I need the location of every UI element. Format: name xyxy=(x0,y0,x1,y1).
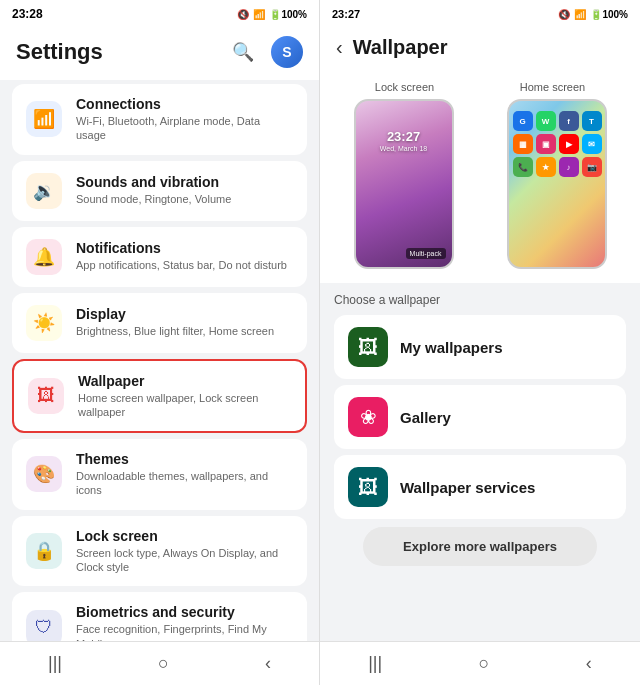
themes-icon: 🎨 xyxy=(26,456,62,492)
header-icons: 🔍 S xyxy=(227,36,303,68)
wallpaper-icon: 🖼 xyxy=(28,378,64,414)
right-status-bar: 23:27 🔇 📶 🔋100% xyxy=(320,0,640,28)
settings-item-lockscreen[interactable]: 🔒 Lock screen Screen lock type, Always O… xyxy=(12,516,307,587)
app-icon-6: ▣ xyxy=(536,134,556,154)
app-icon-2: W xyxy=(536,111,556,131)
multipack-badge: Multi-pack xyxy=(406,248,446,259)
right-bottom-nav: ||| ○ ‹ xyxy=(320,641,640,685)
home-screen-preview[interactable]: G W f T ▦ ▣ ▶ ✉ 📞 ★ ♪ 📷 xyxy=(507,99,607,269)
settings-panel: 23:28 🔇 📶 🔋100% Settings 🔍 S 📶 Connectio… xyxy=(0,0,320,685)
wallpaper-title: Wallpaper xyxy=(353,36,448,59)
settings-list: 📶 Connections Wi-Fi, Bluetooth, Airplane… xyxy=(0,80,319,641)
home-screen-label: Home screen xyxy=(520,81,585,93)
notifications-icon: 🔔 xyxy=(26,239,62,275)
app-icon-9: 📞 xyxy=(513,157,533,177)
settings-title: Settings xyxy=(16,39,103,65)
settings-item-wallpaper[interactable]: 🖼 Wallpaper Home screen wallpaper, Lock … xyxy=(12,359,307,434)
back-button[interactable]: ‹ xyxy=(336,36,343,59)
right-signal-icon: 📶 xyxy=(574,9,586,20)
wallpaper-sub: Home screen wallpaper, Lock screen wallp… xyxy=(78,391,291,420)
notifications-sub: App notifications, Status bar, Do not di… xyxy=(76,258,293,272)
themes-title: Themes xyxy=(76,451,293,467)
choose-label: Choose a wallpaper xyxy=(334,293,626,307)
right-status-icons: 🔇 📶 🔋100% xyxy=(558,9,628,20)
my-wallpapers-option[interactable]: 🖼 My wallpapers xyxy=(334,315,626,379)
wallpaper-preview-area: Lock screen Home screen 23:27 Wed, March… xyxy=(320,71,640,283)
battery-icon: 🔋100% xyxy=(269,9,307,20)
lock-date: Wed, March 18 xyxy=(356,145,452,152)
left-bottom-nav: ||| ○ ‹ xyxy=(0,641,319,685)
display-title: Display xyxy=(76,306,293,322)
wallpaper-services-title: Wallpaper services xyxy=(400,479,535,496)
lock-time: 23:27 xyxy=(356,129,452,144)
biometrics-icon: 🛡 xyxy=(26,610,62,641)
lock-screen-preview[interactable]: 23:27 Wed, March 18 Multi-pack xyxy=(354,99,454,269)
sounds-icon: 🔉 xyxy=(26,173,62,209)
biometrics-title: Biometrics and security xyxy=(76,604,293,620)
search-button[interactable]: 🔍 xyxy=(227,36,259,68)
settings-item-themes[interactable]: 🎨 Themes Downloadable themes, wallpapers… xyxy=(12,439,307,510)
r-nav-recent-btn[interactable]: ||| xyxy=(348,645,402,682)
lockscreen-title: Lock screen xyxy=(76,528,293,544)
wallpaper-services-option[interactable]: 🖼 Wallpaper services xyxy=(334,455,626,519)
wallpaper-options-area: Choose a wallpaper 🖼 My wallpapers ❀ Gal… xyxy=(320,283,640,641)
biometrics-sub: Face recognition, Fingerprints, Find My … xyxy=(76,622,293,641)
display-icon: ☀️ xyxy=(26,305,62,341)
settings-item-sounds[interactable]: 🔉 Sounds and vibration Sound mode, Ringt… xyxy=(12,161,307,221)
wallpaper-header: ‹ Wallpaper xyxy=(320,28,640,71)
wallpaper-panel: 23:27 🔇 📶 🔋100% ‹ Wallpaper Lock screen … xyxy=(320,0,640,685)
left-time: 23:28 xyxy=(12,7,43,21)
nav-recent-btn[interactable]: ||| xyxy=(28,645,82,682)
preview-labels: Lock screen Home screen xyxy=(332,81,628,93)
wallpaper-services-icon: 🖼 xyxy=(348,467,388,507)
lockscreen-icon: 🔒 xyxy=(26,533,62,569)
wallpaper-title: Wallpaper xyxy=(78,373,291,389)
app-icon-11: ♪ xyxy=(559,157,579,177)
display-sub: Brightness, Blue light filter, Home scre… xyxy=(76,324,293,338)
mute-icon: 🔇 xyxy=(237,9,249,20)
themes-sub: Downloadable themes, wallpapers, and ico… xyxy=(76,469,293,498)
app-icon-4: T xyxy=(582,111,602,131)
gallery-title: Gallery xyxy=(400,409,451,426)
settings-item-biometrics[interactable]: 🛡 Biometrics and security Face recogniti… xyxy=(12,592,307,641)
nav-back-btn[interactable]: ‹ xyxy=(245,645,291,682)
settings-item-notifications[interactable]: 🔔 Notifications App notifications, Statu… xyxy=(12,227,307,287)
r-nav-home-btn[interactable]: ○ xyxy=(459,645,510,682)
settings-item-connections[interactable]: 📶 Connections Wi-Fi, Bluetooth, Airplane… xyxy=(12,84,307,155)
app-icon-5: ▦ xyxy=(513,134,533,154)
right-mute-icon: 🔇 xyxy=(558,9,570,20)
my-wallpapers-title: My wallpapers xyxy=(400,339,503,356)
gallery-icon: ❀ xyxy=(348,397,388,437)
app-icon-3: f xyxy=(559,111,579,131)
left-status-icons: 🔇 📶 🔋100% xyxy=(237,9,307,20)
lockscreen-sub: Screen lock type, Always On Display, and… xyxy=(76,546,293,575)
explore-more-button[interactable]: Explore more wallpapers xyxy=(363,527,597,566)
lock-screen-label: Lock screen xyxy=(375,81,434,93)
app-icon-8: ✉ xyxy=(582,134,602,154)
app-icon-1: G xyxy=(513,111,533,131)
connections-sub: Wi-Fi, Bluetooth, Airplane mode, Data us… xyxy=(76,114,293,143)
app-icon-7: ▶ xyxy=(559,134,579,154)
preview-images: 23:27 Wed, March 18 Multi-pack G W f T ▦… xyxy=(332,99,628,269)
app-icon-12: 📷 xyxy=(582,157,602,177)
avatar[interactable]: S xyxy=(271,36,303,68)
gallery-option[interactable]: ❀ Gallery xyxy=(334,385,626,449)
home-icons-grid: G W f T ▦ ▣ ▶ ✉ 📞 ★ ♪ 📷 xyxy=(513,111,601,177)
sounds-title: Sounds and vibration xyxy=(76,174,293,190)
sounds-sub: Sound mode, Ringtone, Volume xyxy=(76,192,293,206)
connections-title: Connections xyxy=(76,96,293,112)
settings-item-display[interactable]: ☀️ Display Brightness, Blue light filter… xyxy=(12,293,307,353)
right-battery-icon: 🔋100% xyxy=(590,9,628,20)
nav-home-btn[interactable]: ○ xyxy=(138,645,189,682)
settings-header: Settings 🔍 S xyxy=(0,28,319,80)
notifications-title: Notifications xyxy=(76,240,293,256)
r-nav-back-btn[interactable]: ‹ xyxy=(566,645,612,682)
connections-icon: 📶 xyxy=(26,101,62,137)
app-icon-10: ★ xyxy=(536,157,556,177)
left-status-bar: 23:28 🔇 📶 🔋100% xyxy=(0,0,319,28)
right-time: 23:27 xyxy=(332,8,360,20)
signal-icon: 📶 xyxy=(253,9,265,20)
my-wallpapers-icon: 🖼 xyxy=(348,327,388,367)
